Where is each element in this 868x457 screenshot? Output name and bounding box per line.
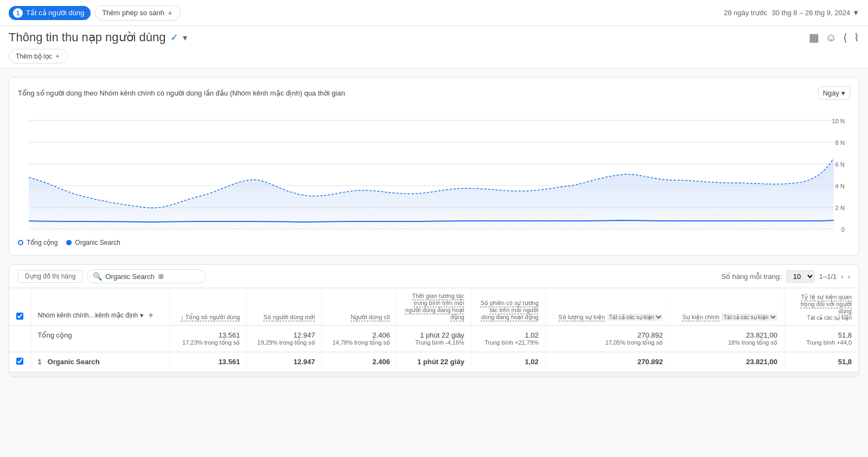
svg-text:09: 09	[354, 234, 361, 234]
col-header-key-events[interactable]: Sự kiện chính Tất cả các sự kiện	[670, 288, 784, 326]
col-total-users-label: ↓ Tổng số người dùng	[181, 314, 240, 320]
dimension-selector[interactable]: Nhóm kênh chính…kênh mặc định ▾	[38, 312, 144, 319]
col-ratio-label: Tỷ lệ sự kiện quan trọng đối với người d…	[801, 294, 852, 314]
ratio-value: 51,8	[838, 331, 852, 339]
user-segment-badge[interactable]: 1 Tất cả người dùng	[9, 6, 91, 20]
row-checkbox[interactable]	[16, 358, 23, 365]
row-key-events-cell: 23.821,00	[670, 352, 784, 372]
page-title-area: Thông tin thu nạp người dùng ✓ ▾	[9, 30, 187, 45]
svg-text:6 N: 6 N	[835, 161, 845, 168]
col-header-dimension: Nhóm kênh chính…kênh mặc định ▾ +	[31, 288, 170, 326]
rows-per-page-label: Số hàng mỗi trang:	[721, 272, 781, 281]
table-row: 1 Organic Search 13.561 12.947 2.406 1 p…	[9, 352, 859, 372]
col-header-avg-time[interactable]: Thời gian tương tác trung bình trên mỗi …	[397, 288, 471, 326]
next-page-icon[interactable]: ›	[848, 272, 850, 281]
row-avg-time-cell: 1 phút 22 giây	[397, 352, 471, 372]
chart-toggle-button[interactable]: Dựng đồ thị hàng	[18, 270, 82, 283]
col-sessions-label: Số phiên có sự tương tác trên mỗi người …	[481, 300, 539, 320]
add-filter-button[interactable]: Thêm bộ lọc ＋	[9, 49, 68, 64]
returning-value: 2.406	[372, 331, 390, 339]
segment-number: 1	[13, 8, 23, 18]
filter-bar: Thêm bộ lọc ＋	[0, 47, 868, 68]
col-header-events[interactable]: Số lượng sự kiện Tất cả các sự kiện	[545, 288, 669, 326]
svg-text:11: 11	[420, 234, 426, 234]
col-header-ratio[interactable]: Tỷ lệ sự kiện quan trọng đối với người d…	[784, 288, 859, 326]
main-content: Tổng số người dùng theo Nhóm kênh chính …	[0, 68, 868, 386]
svg-text:01: 01	[86, 234, 93, 234]
svg-text:13: 13	[486, 234, 492, 234]
events-sub: 17,05% trong tổng số	[552, 339, 663, 346]
svg-text:15: 15	[551, 234, 558, 234]
pagination-display: 1–1/1	[819, 272, 837, 281]
add-filter-label: Thêm bộ lọc	[16, 53, 52, 60]
svg-text:03: 03	[152, 234, 158, 234]
total-label-cell: Tổng cộng	[31, 326, 170, 352]
new-users-cell: 12.947 19,29% trong tổng số	[247, 326, 322, 352]
row-dimension-value: Organic Search	[48, 358, 100, 366]
events-type-select[interactable]: Tất cả các sự kiện	[607, 314, 663, 321]
svg-text:2 N: 2 N	[835, 205, 845, 211]
key-events-value: 23.821,00	[746, 331, 777, 339]
select-all-header[interactable]	[9, 288, 31, 326]
key-events-sub: 18% trong tổng số	[676, 339, 777, 346]
events-cell: 270.892 17,05% trong tổng số	[545, 326, 669, 352]
dimension-dropdown-icon: ▾	[140, 312, 143, 319]
sessions-value: 1,02	[525, 331, 538, 339]
total-users-cell: 13.561 17,23% trong tổng số	[170, 326, 247, 352]
table-card: Dựng đồ thị hàng 🔍 Organic Search ⊗ Số h…	[9, 264, 859, 377]
select-all-checkbox[interactable]	[16, 313, 23, 320]
insights-icon[interactable]: ⌇	[854, 31, 859, 44]
organic-legend-icon	[66, 240, 72, 245]
add-dimension-button[interactable]: +	[145, 310, 156, 321]
title-dropdown-icon[interactable]: ▾	[183, 33, 187, 43]
col-header-new-users[interactable]: Số người dùng mới	[247, 288, 322, 326]
svg-text:25: 25	[831, 234, 837, 234]
date-range-display[interactable]: 30 thg 8 – 26 thg 9, 2024 ▼	[772, 9, 859, 17]
horizontal-scrollbar[interactable]	[9, 372, 859, 377]
svg-text:31: 31	[26, 234, 33, 234]
col-header-sessions[interactable]: Số phiên có sự tương tác trên mỗi người …	[471, 288, 545, 326]
total-users-sub: 17,23% trong tổng số	[177, 339, 240, 346]
svg-text:23: 23	[792, 234, 799, 234]
row-ratio-cell: 51,8	[784, 352, 859, 372]
row-checkbox-cell[interactable]	[9, 352, 31, 372]
legend-total-label: Tổng cộng	[27, 239, 58, 246]
chart-legend: Tổng cộng Organic Search	[18, 234, 850, 246]
smiley-icon[interactable]: ☺	[826, 31, 837, 44]
clear-search-icon[interactable]: ⊗	[158, 272, 164, 281]
col-avg-time-label: Thời gian tương tác trung bình trên mỗi …	[405, 293, 464, 320]
avg-time-sub: Trung bình -4,16%	[404, 339, 464, 346]
avg-time-cell: 1 phút 22 giây Trung bình -4,16%	[397, 326, 471, 352]
table-toolbar-left: Dựng đồ thị hàng 🔍 Organic Search ⊗	[18, 269, 206, 283]
table-toolbar: Dựng đồ thị hàng 🔍 Organic Search ⊗ Số h…	[9, 265, 859, 288]
share-icon[interactable]: ⟨	[843, 31, 847, 44]
sessions-sub: Trung bình +21,79%	[478, 339, 539, 346]
compare-columns-icon[interactable]: ▦	[809, 31, 819, 44]
col-header-returning[interactable]: Người dùng cũ	[322, 288, 397, 326]
key-events-type-select[interactable]: Tất cả các sự kiện	[722, 314, 777, 321]
total-legend-icon	[18, 240, 23, 245]
chevron-down-icon: ▼	[852, 9, 859, 17]
row-returning-cell: 2.406	[322, 352, 397, 372]
row-new-users-cell: 12.947	[247, 352, 322, 372]
col-ratio-sublabel: Tất cả các sự kiện	[807, 315, 852, 321]
row-events-cell: 270.892	[545, 352, 669, 372]
day-selector[interactable]: Ngày ▾	[818, 86, 850, 100]
col-new-users-label: Số người dùng mới	[263, 314, 315, 320]
search-box[interactable]: 🔍 Organic Search ⊗	[87, 269, 206, 283]
prev-page-icon[interactable]: ‹	[841, 272, 843, 281]
plus-icon: ＋	[167, 8, 174, 18]
top-bar-right: 28 ngày trước 30 thg 8 – 26 thg 9, 2024 …	[724, 9, 859, 17]
col-returning-label: Người dùng cũ	[350, 314, 390, 320]
add-compare-button[interactable]: Thêm phép so sánh ＋	[95, 5, 181, 21]
table-toolbar-right: Số hàng mỗi trang: 10 25 50 1–1/1 ‹ ›	[721, 270, 850, 283]
legend-organic-label: Organic Search	[75, 239, 120, 246]
svg-text:10 N: 10 N	[832, 118, 844, 124]
dimension-label: Nhóm kênh chính…kênh mặc định	[38, 312, 138, 319]
col-header-total-users[interactable]: ↓ Tổng số người dùng	[170, 288, 247, 326]
rows-per-page-select[interactable]: 10 25 50	[786, 270, 815, 283]
add-filter-plus-icon: ＋	[54, 52, 61, 61]
total-users-value: 13.561	[219, 331, 240, 339]
header-actions: ▦ ☺ ⟨ ⌇	[809, 31, 859, 44]
top-bar-left: 1 Tất cả người dùng Thêm phép so sánh ＋	[9, 5, 181, 21]
